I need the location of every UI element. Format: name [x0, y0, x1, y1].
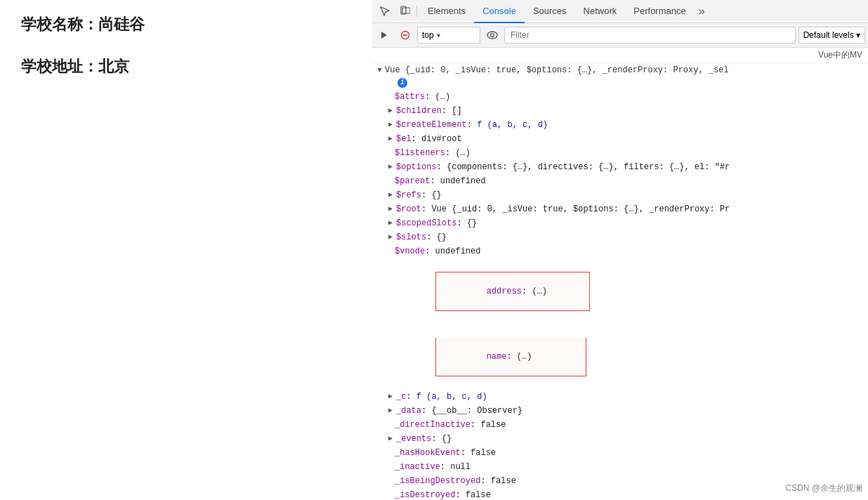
console-text: $scopedSlots: {} [396, 217, 868, 230]
tab-elements[interactable]: Elements [419, 0, 474, 23]
console-line: ▶ _data: {__ob__: Observer} [372, 404, 868, 418]
csdn-watermark: CSDN @余生的观澜 [785, 482, 862, 494]
expand-arrow[interactable]: ▶ [386, 390, 395, 403]
console-text: $root: Vue {_uid: 0, _isVue: true, $opti… [396, 203, 868, 216]
console-text: _c: f (a, b, c, d) [396, 390, 868, 403]
console-line: ▶ $refs: {} [372, 188, 868, 202]
console-line: _inactive: null [372, 460, 868, 474]
context-selector[interactable]: top ▾ [417, 27, 480, 44]
console-text: Vue {_uid: 0, _isVue: true, $options: {…… [385, 64, 868, 77]
console-text-address: address: (…) [395, 259, 868, 324]
console-line: $listeners: (…) [372, 146, 868, 160]
console-line: ▶ Vue {_uid: 0, _isVue: true, $options: … [372, 63, 868, 77]
tab-console[interactable]: Console [474, 0, 525, 23]
expand-arrow[interactable]: ▶ [386, 203, 395, 216]
console-text: $listeners: (…) [395, 147, 868, 159]
console-text: $vnode: undefined [395, 245, 868, 258]
school-name-label: 学校名称： [21, 15, 98, 33]
levels-label: Default levels ▾ [803, 30, 860, 40]
school-name-value: 尚硅谷 [98, 15, 145, 33]
console-line-address: address: (…) [372, 258, 868, 324]
tab-network[interactable]: Network [575, 0, 626, 23]
console-text: $createElement: f (a, b, c, d) [396, 119, 868, 131]
expand-arrow[interactable]: ▶ [386, 105, 395, 117]
eye-icon[interactable] [483, 26, 501, 44]
inspect-icon[interactable] [375, 1, 395, 21]
vue-label-bar: Vue中的MV [372, 48, 868, 63]
console-line: _hasHookEvent: false [372, 446, 868, 460]
devtools-tab-bar: Elements Console Sources Network Perform… [372, 0, 868, 23]
console-text: _events: {} [396, 433, 868, 445]
console-text-name: name: (…) [395, 325, 868, 389]
console-line: $attrs: (…) [372, 90, 868, 104]
console-line: ▶ $el: div#root [372, 132, 868, 146]
levels-selector[interactable]: Default levels ▾ [798, 27, 865, 44]
clear-icon[interactable] [396, 26, 414, 44]
console-line: ▶ _c: f (a, b, c, d) [372, 390, 868, 404]
console-line: ▶ $slots: {} [372, 230, 868, 244]
vue-label: Vue中的MV [818, 49, 862, 61]
devtools-console-toolbar: top ▾ Default levels ▾ [372, 23, 868, 48]
console-text: $options: {components: {…}, directives: … [396, 161, 868, 173]
console-line: ▶ $scopedSlots: {} [372, 216, 868, 230]
filter-input[interactable] [504, 27, 796, 44]
console-line: _directInactive: false [372, 418, 868, 432]
svg-point-5 [487, 32, 497, 39]
school-address-value: 北京 [98, 58, 129, 75]
console-text: _directInactive: false [395, 419, 868, 431]
console-line: i [372, 77, 868, 90]
console-text: _inactive: null [395, 461, 868, 473]
console-line: ▶ $children: [] [372, 104, 868, 118]
run-icon[interactable] [375, 26, 393, 44]
expand-arrow[interactable]: ▶ [373, 66, 386, 74]
expand-arrow[interactable]: ▶ [386, 433, 395, 445]
device-icon[interactable] [395, 1, 414, 21]
tab-performance[interactable]: Performance [625, 0, 694, 23]
expand-arrow[interactable]: ▶ [386, 217, 395, 230]
console-line: $parent: undefined [372, 174, 868, 188]
console-text: $refs: {} [396, 189, 868, 202]
expand-arrow[interactable]: ▶ [386, 161, 395, 173]
expand-arrow[interactable]: ▶ [386, 231, 395, 244]
info-icon: i [397, 78, 407, 88]
svg-marker-2 [381, 32, 387, 39]
console-text: $attrs: (…) [395, 91, 868, 103]
console-line: $vnode: undefined [372, 244, 868, 258]
devtools-panel: Elements Console Sources Network Perform… [372, 0, 868, 500]
expand-arrow[interactable]: ▶ [386, 189, 395, 202]
school-address-line: 学校地址：北京 [21, 56, 351, 77]
left-panel: 学校名称：尚硅谷 学校地址：北京 [0, 0, 372, 500]
context-value: top [422, 30, 434, 40]
console-text: $parent: undefined [395, 175, 868, 188]
context-arrow: ▾ [437, 32, 440, 39]
console-text: _data: {__ob__: Observer} [396, 404, 868, 417]
console-line: ▶ $createElement: f (a, b, c, d) [372, 118, 868, 132]
console-line: ▶ _events: {} [372, 432, 868, 446]
school-address-label: 学校地址： [21, 58, 98, 75]
tab-more[interactable]: » [695, 0, 709, 23]
console-text: $el: div#root [396, 133, 868, 145]
console-text: _hasHookEvent: false [395, 447, 868, 459]
console-line: ▶ $root: Vue {_uid: 0, _isVue: true, $op… [372, 202, 868, 216]
expand-arrow[interactable]: ▶ [386, 119, 395, 131]
console-output: ▶ Vue {_uid: 0, _isVue: true, $options: … [372, 63, 868, 500]
expand-arrow[interactable]: ▶ [386, 133, 395, 145]
console-text: $slots: {} [396, 231, 868, 244]
svg-point-6 [491, 34, 494, 37]
tab-sources[interactable]: Sources [525, 0, 575, 23]
console-text: $children: [] [396, 105, 868, 117]
console-line: ▶ $options: {components: {…}, directives… [372, 160, 868, 174]
school-name-line: 学校名称：尚硅谷 [21, 14, 351, 35]
expand-arrow[interactable]: ▶ [386, 404, 395, 417]
console-line-name: name: (…) [372, 324, 868, 390]
tab-separator [416, 6, 417, 17]
